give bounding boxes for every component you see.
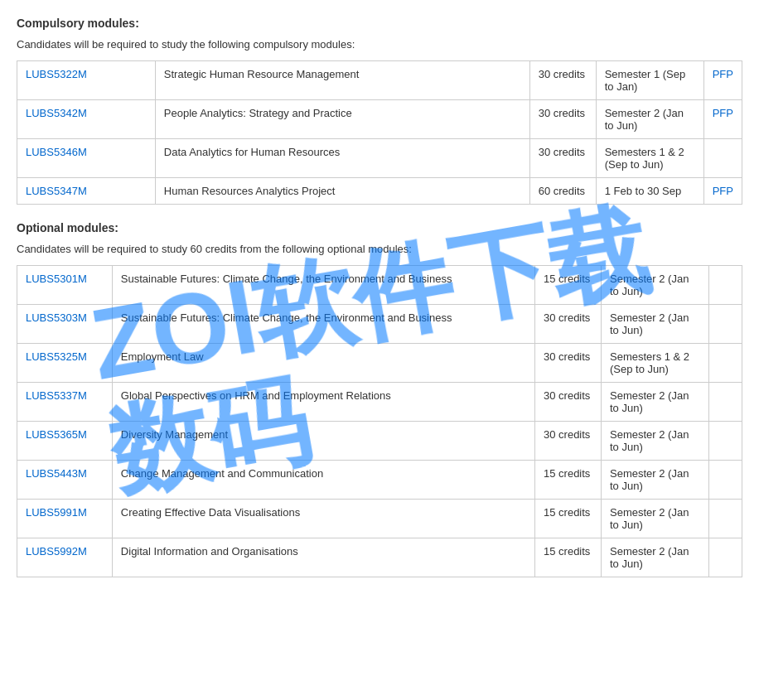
- module-name: Digital Information and Organisations: [112, 538, 534, 577]
- table-row: LUBS5992M Digital Information and Organi…: [17, 538, 742, 577]
- module-semester: Semester 2 (Jan to Jun): [602, 305, 709, 344]
- compulsory-heading: Compulsory modules:: [17, 17, 742, 30]
- module-code[interactable]: LUBS5443M: [17, 461, 113, 500]
- optional-intro: Candidates will be required to study 60 …: [17, 243, 742, 255]
- table-row: LUBS5337M Global Perspectives on HRM and…: [17, 383, 742, 422]
- module-name: Change Management and Communication: [112, 461, 534, 500]
- module-credits: 30 credits: [529, 139, 596, 178]
- table-row: LUBS5347M Human Resources Analytics Proj…: [17, 178, 742, 205]
- module-pfp: [709, 344, 742, 383]
- module-pfp: [709, 538, 742, 577]
- module-pfp: PFP: [703, 61, 742, 100]
- module-credits: 15 credits: [535, 266, 602, 305]
- module-code[interactable]: LUBS5342M: [17, 100, 156, 139]
- module-name: Employment Law: [112, 344, 534, 383]
- module-credits: 30 credits: [535, 305, 602, 344]
- compulsory-intro: Candidates will be required to study the…: [17, 38, 742, 51]
- table-row: LUBS5325M Employment Law 30 credits Seme…: [17, 344, 742, 383]
- module-name: Sustainable Futures: Climate Change, the…: [112, 305, 534, 344]
- module-semester: Semesters 1 & 2 (Sep to Jun): [596, 139, 703, 178]
- module-name: Strategic Human Resource Management: [155, 61, 529, 100]
- module-code[interactable]: LUBS5301M: [17, 266, 113, 305]
- module-pfp: [709, 305, 742, 344]
- table-row: LUBS5443M Change Management and Communic…: [17, 461, 742, 500]
- module-semester: Semesters 1 & 2 (Sep to Jun): [602, 344, 709, 383]
- module-credits: 30 credits: [529, 61, 596, 100]
- module-credits: 15 credits: [535, 461, 602, 500]
- table-row: LUBS5991M Creating Effective Data Visual…: [17, 500, 742, 538]
- module-semester: Semester 2 (Jan to Jun): [596, 100, 703, 139]
- module-code[interactable]: LUBS5303M: [17, 305, 113, 344]
- module-pfp: [709, 266, 742, 305]
- module-credits: 30 credits: [535, 344, 602, 383]
- optional-table: LUBS5301M Sustainable Futures: Climate C…: [17, 265, 742, 577]
- module-name: Data Analytics for Human Resources: [155, 139, 529, 178]
- module-semester: Semester 2 (Jan to Jun): [602, 383, 709, 422]
- table-row: LUBS5342M People Analytics: Strategy and…: [17, 100, 742, 139]
- table-row: LUBS5346M Data Analytics for Human Resou…: [17, 139, 742, 178]
- module-name: Global Perspectives on HRM and Employmen…: [112, 383, 534, 422]
- module-pfp: [709, 422, 742, 461]
- module-semester: Semester 2 (Jan to Jun): [602, 422, 709, 461]
- module-pfp: [709, 500, 742, 538]
- module-credits: 15 credits: [535, 538, 602, 577]
- module-credits: 30 credits: [529, 100, 596, 139]
- module-name: Creating Effective Data Visualisations: [112, 500, 534, 538]
- module-semester: Semester 2 (Jan to Jun): [602, 266, 709, 305]
- module-code[interactable]: LUBS5991M: [17, 500, 113, 538]
- table-row: LUBS5322M Strategic Human Resource Manag…: [17, 61, 742, 100]
- optional-heading: Optional modules:: [17, 221, 742, 234]
- module-credits: 30 credits: [535, 383, 602, 422]
- table-row: LUBS5301M Sustainable Futures: Climate C…: [17, 266, 742, 305]
- module-pfp: PFP: [703, 178, 742, 205]
- module-code[interactable]: LUBS5346M: [17, 139, 156, 178]
- module-code[interactable]: LUBS5365M: [17, 422, 113, 461]
- module-semester: Semester 2 (Jan to Jun): [602, 461, 709, 500]
- module-semester: Semester 2 (Jan to Jun): [602, 538, 709, 577]
- module-name: People Analytics: Strategy and Practice: [155, 100, 529, 139]
- module-semester: Semester 2 (Jan to Jun): [602, 500, 709, 538]
- module-pfp: [703, 139, 742, 178]
- module-credits: 30 credits: [535, 422, 602, 461]
- module-code[interactable]: LUBS5325M: [17, 344, 113, 383]
- module-credits: 15 credits: [535, 500, 602, 538]
- module-code[interactable]: LUBS5347M: [17, 178, 156, 205]
- module-name: Sustainable Futures: Climate Change, the…: [112, 266, 534, 305]
- module-semester: 1 Feb to 30 Sep: [596, 178, 703, 205]
- module-code[interactable]: LUBS5992M: [17, 538, 113, 577]
- module-pfp: [709, 461, 742, 500]
- module-code[interactable]: LUBS5337M: [17, 383, 113, 422]
- module-name: Diversity Management: [112, 422, 534, 461]
- module-credits: 60 credits: [529, 178, 596, 205]
- compulsory-table: LUBS5322M Strategic Human Resource Manag…: [17, 60, 742, 205]
- module-name: Human Resources Analytics Project: [155, 178, 529, 205]
- module-pfp: PFP: [703, 100, 742, 139]
- table-row: LUBS5365M Diversity Management 30 credit…: [17, 422, 742, 461]
- table-row: LUBS5303M Sustainable Futures: Climate C…: [17, 305, 742, 344]
- module-pfp: [709, 383, 742, 422]
- module-code[interactable]: LUBS5322M: [17, 61, 156, 100]
- module-semester: Semester 1 (Sep to Jan): [596, 61, 703, 100]
